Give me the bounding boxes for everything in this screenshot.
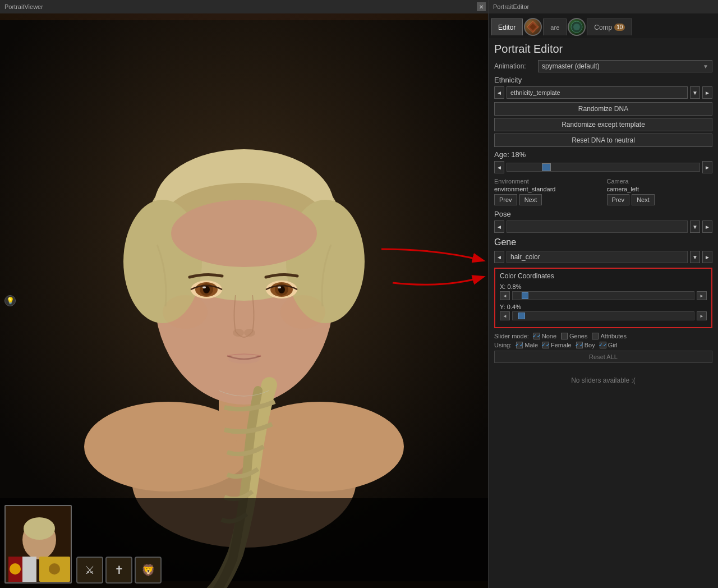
animation-dropdown[interactable]: spymaster (default) ▼ — [538, 60, 712, 72]
svg-point-36 — [49, 563, 60, 575]
svg-point-26 — [163, 295, 208, 329]
y-coord-slider[interactable] — [512, 311, 694, 320]
y-coord-right-btn[interactable]: ► — [697, 311, 707, 320]
environment-next-button[interactable]: Next — [519, 194, 542, 205]
svg-point-12 — [171, 200, 317, 267]
tab-comp-label: Comp — [594, 24, 612, 31]
gene-prev-btn[interactable]: ◄ — [494, 251, 504, 263]
ethnicity-dropdown-arrow-btn[interactable]: ▼ — [690, 86, 700, 99]
animation-label: Animation: — [494, 62, 533, 70]
pose-dropdown-arrow[interactable]: ▼ — [690, 220, 700, 233]
gene-dropdown[interactable]: hair_color — [507, 251, 688, 263]
svg-point-34 — [10, 563, 21, 575]
ethnicity-row: ◄ ethnicity_template ▼ ► — [494, 86, 712, 99]
age-next-btn[interactable]: ► — [702, 161, 712, 173]
y-coord-left-btn[interactable]: ◄ — [500, 311, 510, 320]
svg-point-17 — [202, 286, 206, 288]
gene-dropdown-arrow-btn[interactable]: ▼ — [690, 251, 700, 263]
svg-rect-33 — [22, 557, 36, 582]
close-button[interactable]: ✕ — [477, 2, 486, 11]
hud-icon-2[interactable]: ✝ — [105, 557, 132, 584]
pose-prev-btn[interactable]: ◄ — [494, 220, 504, 233]
tab-icon-2[interactable] — [568, 18, 586, 36]
x-coord-slider[interactable] — [512, 291, 694, 300]
age-slider-thumb[interactable] — [542, 163, 551, 171]
using-boy[interactable]: ✓ Boy — [576, 342, 595, 348]
svg-point-24 — [244, 329, 255, 337]
gene-section: Gene ◄ hair_color ▼ ► — [494, 237, 712, 263]
using-row: Using: ✓ Male ✓ Female ✓ Boy ✓ Girl — [494, 342, 712, 348]
portrait-thumbnail — [4, 505, 72, 584]
tab-comp[interactable]: Comp 10 — [587, 19, 632, 35]
hud-icon-1[interactable]: ⚔ — [76, 557, 103, 584]
slider-none-checkbox[interactable]: ✓ — [533, 333, 540, 339]
x-coord-left-btn[interactable]: ◄ — [500, 291, 510, 300]
randomize-except-template-button[interactable]: Randomize except template — [494, 118, 712, 131]
pose-row: ◄ ▼ ► — [494, 220, 712, 233]
slider-genes-checkbox[interactable] — [561, 333, 568, 339]
using-label: Using: — [494, 342, 512, 348]
reset-dna-neutral-button[interactable]: Reset DNA to neutral — [494, 134, 712, 147]
camera-next-button[interactable]: Next — [632, 194, 655, 205]
camera-prev-next: Prev Next — [607, 194, 713, 205]
svg-point-22 — [278, 286, 281, 288]
boy-checkbox[interactable]: ✓ — [576, 342, 583, 348]
tab-editor[interactable]: Editor — [491, 19, 523, 35]
animation-dropdown-arrow: ▼ — [703, 63, 708, 70]
using-girl[interactable]: ✓ Girl — [600, 342, 618, 348]
age-label: Age: 18% — [494, 150, 712, 159]
environment-prev-button[interactable]: Prev — [494, 194, 517, 205]
boy-label: Boy — [584, 342, 595, 348]
camera-prev-button[interactable]: Prev — [607, 194, 630, 205]
slider-attributes-checkbox[interactable] — [592, 333, 599, 339]
slider-mode-attributes[interactable]: Attributes — [592, 333, 626, 339]
left-title-bar: PortraitViewer ✕ — [0, 0, 488, 13]
hud-icons-row: ⚔ ✝ 🦁 — [76, 557, 162, 584]
slider-none-label: None — [542, 333, 556, 339]
camera-header: Camera — [607, 178, 713, 185]
light-icon[interactable]: 💡 — [4, 295, 16, 306]
using-female[interactable]: ✓ Female — [542, 342, 572, 348]
environment-value: environment_standard — [494, 186, 600, 192]
age-slider-track[interactable] — [507, 163, 700, 172]
tab-compare-label: are — [550, 24, 559, 31]
tab-icon-1[interactable] — [524, 18, 542, 36]
svg-point-27 — [280, 295, 325, 329]
age-slider-container: ◄ ► — [494, 161, 712, 173]
slider-mode-label: Slider mode: — [494, 333, 529, 339]
x-coord-slider-row: ◄ ► — [500, 291, 707, 300]
animation-value: spymaster (default) — [542, 62, 701, 70]
slider-mode-row: Slider mode: ✓ None Genes Attributes — [494, 333, 712, 339]
pose-dropdown[interactable] — [507, 220, 688, 233]
male-checkbox[interactable]: ✓ — [516, 342, 523, 348]
ethnicity-next-btn[interactable]: ► — [702, 86, 712, 99]
randomize-dna-button[interactable]: Randomize DNA — [494, 102, 712, 116]
tab-comp-counter: 10 — [614, 24, 625, 31]
slider-mode-none[interactable]: ✓ None — [533, 333, 556, 339]
portrait-editor-title: Portrait Editor — [494, 43, 712, 56]
tab-compare[interactable]: are — [543, 19, 567, 35]
age-prev-btn[interactable]: ◄ — [494, 161, 504, 173]
gene-next-btn[interactable]: ► — [702, 251, 712, 263]
ethnicity-value: ethnicity_template — [510, 89, 684, 96]
y-coord-slider-row: ◄ ► — [500, 311, 707, 320]
panel-content: Portrait Editor Animation: spymaster (de… — [489, 38, 718, 400]
environment-header: Environment — [494, 178, 600, 185]
female-checkbox[interactable]: ✓ — [542, 342, 549, 348]
slider-mode-genes[interactable]: Genes — [561, 333, 587, 339]
hud-bottom: ⚔ ✝ 🦁 — [0, 498, 488, 588]
x-coord-right-btn[interactable]: ► — [697, 291, 707, 300]
hud-icon-3[interactable]: 🦁 — [135, 557, 162, 584]
ethnicity-label: Ethnicity — [494, 76, 712, 84]
reset-all-button[interactable]: Reset ALL — [494, 351, 712, 363]
right-window-title: PortraitEditor — [493, 3, 529, 10]
pose-title: Pose — [494, 210, 712, 218]
svg-point-25 — [228, 355, 260, 364]
ethnicity-dropdown[interactable]: ethnicity_template — [507, 86, 688, 99]
color-coordinates-box: Color Coordinates X: 0.8% ◄ ► Y: 0.4% ◄ … — [494, 268, 712, 328]
using-male[interactable]: ✓ Male — [516, 342, 538, 348]
pose-next-btn[interactable]: ► — [702, 220, 712, 233]
ethnicity-prev-btn[interactable]: ◄ — [494, 86, 504, 99]
girl-checkbox[interactable]: ✓ — [600, 342, 606, 348]
animation-row: Animation: spymaster (default) ▼ — [494, 60, 712, 72]
